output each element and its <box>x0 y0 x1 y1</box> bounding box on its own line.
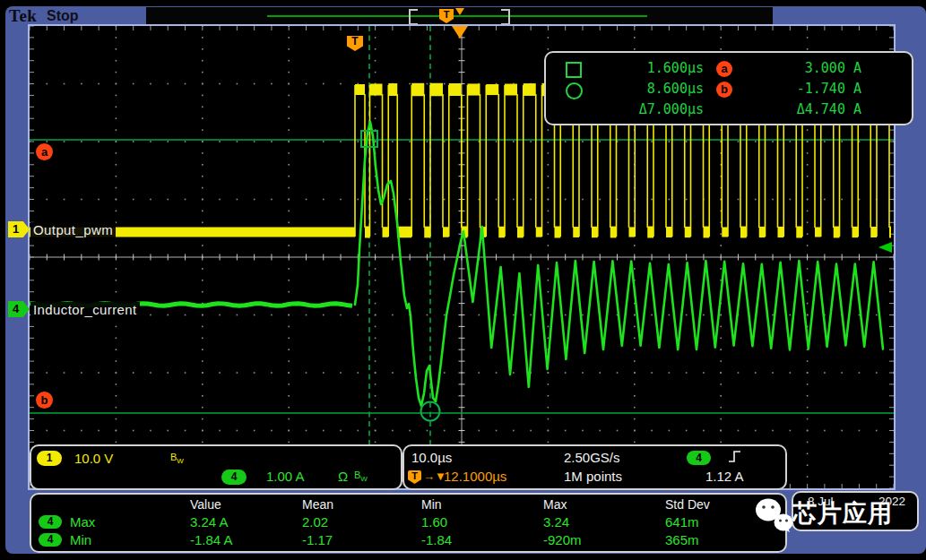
ch1-badge: 1 <box>37 451 62 466</box>
measurement-table: Value Mean Min Max Std Dev 4 Max 3.24 A … <box>30 493 787 553</box>
meas-row2-min: -1.84 <box>421 532 452 547</box>
ch4-bandwidth-indicator: BW <box>354 470 368 483</box>
ch1-bandwidth-indicator: BW <box>170 452 184 465</box>
ch1-waveform-label: Output_pwm <box>30 222 116 238</box>
oscilloscope-screenshot: Tek Stop T T 1 4 a b Output_pwm Inductor… <box>0 0 926 560</box>
cursor-delta-amplitude: Δ4.740 A <box>754 101 861 117</box>
horizontal-scale: 10.0µs <box>411 450 452 465</box>
cursor-a-amplitude: 3.000 A <box>754 60 861 76</box>
cursor-readout-panel: 1.600µs a 3.000 A 8.600µs b -1.740 A Δ7.… <box>544 51 913 125</box>
meas-header-max: Max <box>543 497 567 512</box>
horizontal-delay: 12.1000µs <box>444 469 506 484</box>
expansion-point-marker-icon <box>452 26 468 39</box>
meas-header-value: Value <box>190 497 221 512</box>
meas-row2-max: -920m <box>543 532 582 547</box>
meas-row1-ch-badge: 4 <box>39 515 62 529</box>
channel-scale-panel: 1 10.0 V BW 4 1.00 A Ω BW <box>30 444 402 490</box>
cursor-b-amplitude: -1.740 A <box>754 81 861 97</box>
meas-header-stddev: Std Dev <box>665 497 710 512</box>
circle-cursor-icon <box>566 82 583 99</box>
delay-arrows-icon: →▼ <box>423 470 446 483</box>
meas-row1-name: Max <box>70 514 95 530</box>
meas-row2-mean: -1.17 <box>302 532 333 547</box>
square-cursor-icon <box>566 62 582 78</box>
overview-waveform-line <box>267 15 647 17</box>
horizontal-trigger-panel: 10.0µs 2.50GS/s 4 T →▼ 12.1000µs 1M poin… <box>402 444 787 490</box>
meas-row1-max: 3.24 <box>543 514 569 530</box>
trigger-slope-icon <box>727 449 742 464</box>
cursor-b-badge-small: b <box>716 82 732 98</box>
ch4-coupling: Ω <box>338 469 348 484</box>
cursor-b-badge: b <box>36 392 53 409</box>
meas-row2-stddev: 365m <box>665 532 699 547</box>
record-overview-strip: T <box>146 7 773 25</box>
overview-position-marker-icon <box>455 8 464 15</box>
cursor-delta-time: Δ7.000µs <box>605 101 704 117</box>
ch4-waveform-label: Inductor_current <box>30 302 140 318</box>
cursor-b-time: 8.600µs <box>605 81 704 97</box>
meas-row2-ch-badge: 4 <box>39 533 62 547</box>
meas-row2-name: Min <box>70 532 91 547</box>
meas-row1-min: 1.60 <box>421 514 447 530</box>
cursor-a-time: 1.600µs <box>605 60 704 76</box>
sample-rate: 2.50GS/s <box>564 450 620 465</box>
zoom-window-left-bracket <box>409 9 418 25</box>
overview-trigger-flag-icon: T <box>439 9 454 23</box>
ch4-scale: 1.00 A <box>266 469 305 484</box>
tek-logo: Tek <box>9 6 37 26</box>
delay-trigger-flag-icon: T <box>408 470 421 484</box>
record-length: 1M points <box>564 469 622 484</box>
ch1-scale: 10.0 V <box>74 451 113 466</box>
meas-header-mean: Mean <box>302 497 333 512</box>
cursor-a-badge-small: a <box>716 61 732 77</box>
acquisition-status: Stop <box>47 8 79 24</box>
trigger-level: 1.12 A <box>705 469 744 484</box>
meas-row1-mean: 2.02 <box>302 514 328 530</box>
meas-row1-value: 3.24 A <box>190 514 229 530</box>
meas-header-min: Min <box>421 497 442 512</box>
cursor-a-badge: a <box>36 143 53 160</box>
ch4-badge: 4 <box>221 470 247 485</box>
zoom-window-right-bracket <box>501 9 510 25</box>
meas-row2-value: -1.84 A <box>190 532 233 547</box>
trigger-source-badge: 4 <box>687 451 711 465</box>
meas-row1-stddev: 641m <box>665 514 699 530</box>
watermark-text: 芯片应用 <box>792 500 920 527</box>
